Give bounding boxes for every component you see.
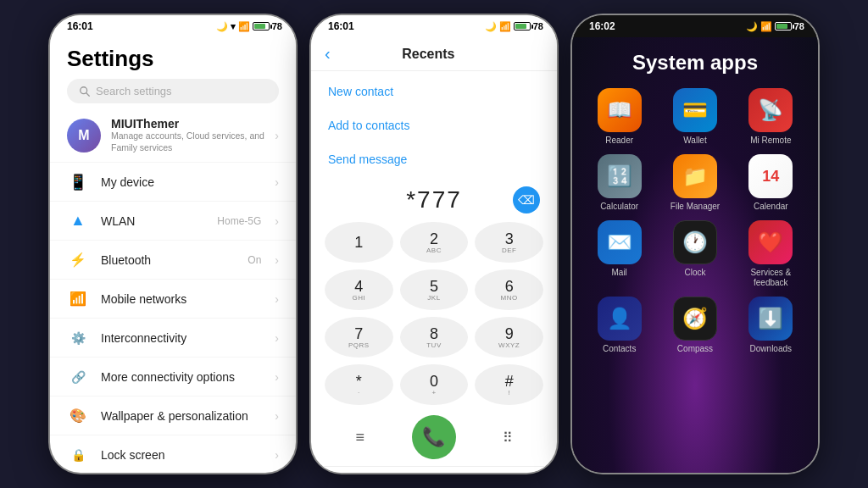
app-wallet[interactable]: 💳 Wallet [661, 88, 728, 146]
battery-pct-2: 78 [533, 21, 543, 31]
battery-icon-1 [253, 22, 270, 30]
moon-icon: 🌙 [216, 21, 228, 32]
settings-item-more-conn[interactable]: 🔗 More connectivity options › [50, 358, 296, 396]
dial-bottom: ≡ 📞 ⠿ [311, 408, 557, 466]
app-contacts[interactable]: 👤 Contacts [586, 297, 653, 354]
contacts-label: Contacts [603, 344, 636, 354]
sysapps-screen: System apps 📖 Reader 💳 Wallet 📡 Mi Remot… [572, 37, 818, 473]
settings-item-interconnect[interactable]: ⚙️ Interconnectivity › [50, 319, 296, 358]
chevron-wallpaper: › [275, 409, 279, 423]
status-bar-3: 16:02 🌙 📶 78 [572, 15, 818, 37]
settings-screen: Settings Search settings M MIUIThemer Ma… [50, 37, 296, 473]
calendar-icon: 14 [748, 154, 793, 198]
profile-item[interactable]: M MIUIThemer Manage accounts, Cloud serv… [50, 108, 296, 163]
apps-grid: 📖 Reader 💳 Wallet 📡 Mi Remote 🔢 Calculat… [586, 88, 804, 354]
dial-grid-button[interactable]: ⠿ [489, 419, 526, 456]
battery-pct-1: 78 [272, 21, 282, 31]
search-placeholder: Search settings [96, 85, 172, 97]
settings-item-lockscreen[interactable]: 🔒 Lock screen › [50, 435, 296, 473]
dial-key-hash[interactable]: # ! [475, 364, 543, 405]
dialer-clear-button[interactable]: ⌫ [513, 186, 540, 214]
app-services[interactable]: ❤️ Services & feedback [737, 220, 804, 288]
mail-icon: ✉️ [598, 220, 642, 264]
dial-key-8[interactable]: 8 TUV [400, 317, 469, 358]
new-contact-btn[interactable]: New contact [311, 75, 557, 108]
lockscreen-label: Lock screen [101, 448, 263, 462]
add-to-contacts-btn[interactable]: Add to contacts [311, 108, 557, 142]
contacts-icon: 👤 [598, 297, 642, 341]
wallpaper-label: Wallpaper & personalization [101, 409, 263, 423]
page-title: Settings [67, 46, 279, 72]
chevron-mobile: › [275, 292, 279, 306]
backspace-icon: ⌫ [518, 193, 535, 207]
dial-key-3[interactable]: 3 DEF [475, 222, 543, 263]
svg-line-1 [86, 92, 90, 96]
app-calendar[interactable]: 14 Calendar [737, 154, 804, 212]
settings-item-mydevice[interactable]: 📱 My device › [50, 163, 296, 202]
sysapps-title: System apps [586, 51, 804, 75]
app-calculator[interactable]: 🔢 Calculator [586, 154, 653, 212]
lock-icon: 🔒 [67, 444, 89, 466]
app-remote[interactable]: 📡 Mi Remote [737, 88, 804, 146]
battery-pct-3: 78 [794, 21, 804, 31]
app-files[interactable]: 📁 File Manager [661, 154, 728, 212]
bottom-nav: 📋 Recents 👤 Contacts ⭐ Favorites [311, 466, 557, 473]
back-button[interactable]: ‹ [325, 44, 331, 64]
more-conn-icon: 🔗 [67, 366, 89, 388]
time-1: 16:01 [67, 20, 93, 32]
dial-key-5[interactable]: 5 JKL [400, 269, 469, 310]
time-2: 16:01 [328, 20, 354, 32]
settings-item-wlan[interactable]: ▲ WLAN Home-5G › [50, 202, 296, 241]
settings-item-bluetooth[interactable]: ⚡ Bluetooth On › [50, 241, 296, 280]
battery-icon-3 [775, 22, 792, 30]
call-icon: 📞 [422, 426, 445, 448]
reader-label: Reader [605, 136, 633, 146]
mail-label: Mail [611, 268, 626, 278]
files-icon: 📁 [673, 154, 717, 198]
dial-key-6[interactable]: 6 MNO [475, 269, 543, 310]
interconnect-label: Interconnectivity [101, 331, 263, 345]
dialpad: 1 2 ABC 3 DEF 4 GHI 5 JKL 6 MNO 7 PQRS 8 [311, 219, 557, 408]
app-downloads[interactable]: ⬇️ Downloads [737, 297, 804, 354]
dial-key-4[interactable]: 4 GHI [325, 269, 393, 310]
dial-key-7[interactable]: 7 PQRS [325, 317, 393, 358]
send-message-btn[interactable]: Send message [311, 142, 557, 176]
dial-key-star[interactable]: * · [325, 364, 393, 405]
dial-key-9[interactable]: 9 WXYZ [475, 317, 543, 358]
dial-menu-button[interactable]: ≡ [342, 419, 379, 456]
status-icons-3: 🌙 📶 78 [746, 21, 804, 32]
phone-settings: 16:01 🌙 ▾ 📶 78 Settings Search settings [50, 15, 296, 473]
search-bar[interactable]: Search settings [67, 79, 279, 103]
profile-sub: Manage accounts, Cloud services, and Fam… [111, 130, 264, 153]
remote-label: Mi Remote [750, 136, 791, 146]
dial-key-0[interactable]: 0 + [400, 364, 469, 405]
status-bar-2: 16:01 🌙 📶 78 [311, 15, 557, 37]
dial-key-2[interactable]: 2 ABC [400, 222, 469, 263]
moon-icon-2: 🌙 [485, 21, 497, 32]
mydevice-label: My device [101, 175, 263, 189]
chevron-mydevice: › [275, 175, 279, 189]
app-compass[interactable]: 🧭 Compass [661, 297, 728, 354]
status-bar-1: 16:01 🌙 ▾ 📶 78 [50, 15, 296, 37]
wallet-icon: 💳 [673, 88, 717, 132]
phone-sysapps: 16:02 🌙 📶 78 System apps 📖 Reader 💳 Wall… [572, 15, 818, 473]
remote-icon: 📡 [748, 88, 793, 132]
call-button[interactable]: 📞 [412, 415, 456, 459]
dial-key-1[interactable]: 1 [325, 222, 393, 263]
grid-icon: ⠿ [503, 430, 513, 446]
mobile-icon: 📶 [67, 288, 89, 310]
settings-item-wallpaper[interactable]: 🎨 Wallpaper & personalization › [50, 396, 296, 435]
time-3: 16:02 [589, 20, 615, 32]
chevron-icon: › [275, 129, 279, 142]
services-label: Services & feedback [737, 268, 804, 288]
app-reader[interactable]: 📖 Reader [586, 88, 653, 146]
wifi-status-icon: ▾ [231, 21, 236, 32]
chevron-more-conn: › [275, 370, 279, 384]
bluetooth-label: Bluetooth [101, 253, 236, 267]
settings-item-mobile[interactable]: 📶 Mobile networks › [50, 280, 296, 319]
app-clock[interactable]: 🕐 Clock [661, 220, 728, 288]
recents-header: ‹ Recents [311, 37, 557, 71]
app-mail[interactable]: ✉️ Mail [586, 220, 653, 288]
chevron-lock: › [275, 448, 279, 462]
wallpaper-icon: 🎨 [67, 405, 89, 427]
